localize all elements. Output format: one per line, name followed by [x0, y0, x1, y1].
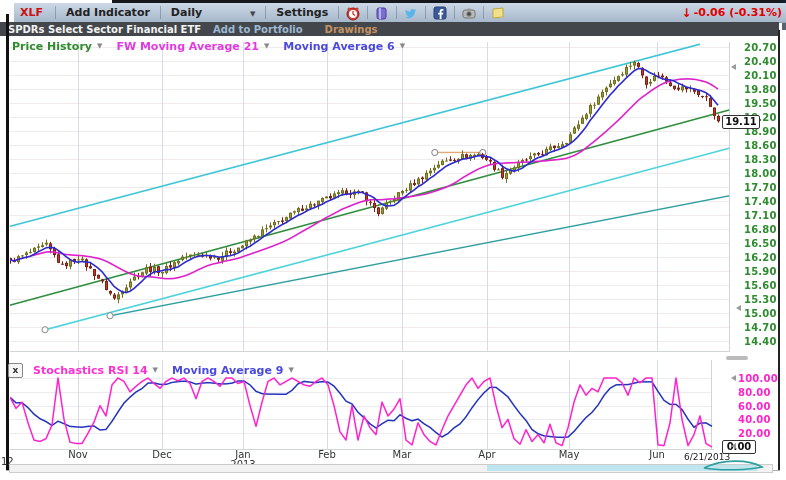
- price-tick-label: 20.10: [744, 70, 778, 81]
- stochastics-dropdown[interactable]: Stochastics RSI 14 ▼: [33, 364, 158, 377]
- axis-marker-icon: [731, 64, 736, 70]
- price-tick-label: 15.90: [744, 266, 778, 277]
- last-price-badge: 19.11: [722, 115, 760, 129]
- stoch-tick-label: 60.00: [738, 401, 778, 412]
- price-tick-label: 16.80: [744, 224, 778, 235]
- month-tick-label: Nov: [58, 449, 98, 460]
- add-indicator-button[interactable]: Add Indicator: [56, 6, 160, 19]
- month-tick-label: Feb: [307, 449, 347, 460]
- stochastics-label: Stochastics RSI 14: [33, 364, 148, 377]
- chevron-down-icon: ▼: [264, 42, 269, 50]
- period-dropdown[interactable]: Daily ▼: [161, 6, 266, 19]
- chart-frame-border: [6, 14, 9, 470]
- price-tick-label: 16.50: [744, 238, 778, 249]
- axis-marker-icon: [731, 443, 736, 449]
- ma6-label: Moving Average 6: [283, 40, 394, 53]
- panel-scrollbar[interactable]: [726, 356, 748, 360]
- price-tick-label: 18.30: [744, 154, 778, 165]
- month-tick-label: Mar: [382, 449, 422, 460]
- month-tick-label: Dec: [142, 449, 182, 460]
- price-tick-label: 15.30: [744, 294, 778, 305]
- swoosh-drawing: [700, 455, 770, 473]
- stoch-tick-label: 80.00: [738, 387, 778, 398]
- symbol-label[interactable]: XLF: [14, 6, 55, 19]
- axis-marker-icon: [736, 305, 741, 311]
- camera-icon[interactable]: [461, 5, 477, 21]
- twitter-icon[interactable]: [403, 5, 419, 21]
- ma6-dropdown[interactable]: Moving Average 6 ▼: [283, 40, 405, 53]
- period-dropdown-label: Daily: [171, 6, 202, 19]
- alarm-clock-icon[interactable]: [345, 5, 361, 21]
- settings-button[interactable]: Settings: [266, 6, 338, 19]
- chevron-down-icon: ▼: [400, 42, 405, 50]
- price-history-label: Price History: [12, 40, 92, 53]
- chart-frame-border: [778, 30, 780, 470]
- price-tick-label: 19.50: [744, 98, 778, 109]
- ticker-bar: SPDRs Select Sector Financial ETF Add to…: [0, 22, 779, 36]
- price-tick-label: 19.80: [744, 84, 778, 95]
- share-icon[interactable]: [374, 5, 390, 21]
- ma9-dropdown[interactable]: Moving Average 9 ▼: [172, 364, 294, 377]
- ma21-dropdown[interactable]: FW Moving Average 21 ▼: [116, 40, 269, 53]
- axis-marker-icon: [731, 375, 736, 381]
- chevron-down-icon: ▼: [97, 42, 102, 50]
- price-tick-label: 17.10: [744, 210, 778, 221]
- price-tick-label: 18.00: [744, 168, 778, 179]
- month-tick-label: Jun: [637, 449, 677, 460]
- ma21-label: FW Moving Average 21: [116, 40, 259, 53]
- stoch-tick-label: 20.00: [738, 428, 778, 439]
- divider: [396, 6, 397, 19]
- price-history-dropdown[interactable]: Price History ▼: [12, 40, 102, 53]
- divider: [425, 6, 426, 19]
- drawings-button[interactable]: Drawings: [325, 24, 378, 35]
- stoch-tick-label: 100.00: [738, 373, 778, 384]
- price-tick-label: 16.20: [744, 252, 778, 263]
- month-tick-label: May: [549, 449, 589, 460]
- stoch-tick-label: 40.00: [738, 414, 778, 425]
- toolbar-icons: [339, 5, 512, 21]
- divider: [454, 6, 455, 19]
- price-tick-label: 15.60: [744, 280, 778, 291]
- price-chart-canvas[interactable]: [10, 42, 730, 352]
- divider: [483, 6, 484, 19]
- price-tick-label: 18.60: [744, 140, 778, 151]
- price-tick-label: 15.00: [744, 308, 778, 319]
- price-tick-label: 17.70: [744, 182, 778, 193]
- stochastics-legend: x Stochastics RSI 14 ▼ Moving Average 9 …: [8, 363, 308, 377]
- note-icon[interactable]: [490, 5, 506, 21]
- facebook-icon[interactable]: [432, 5, 448, 21]
- charting-app-window: XLF Add Indicator Daily ▼ Settings: [0, 0, 786, 480]
- quote-change: ↓ -0.06 (-0.31%): [682, 6, 786, 20]
- price-tick-label: 14.40: [744, 336, 778, 347]
- month-tick-label: Apr: [467, 449, 507, 460]
- add-to-portfolio-button[interactable]: Add to Portfolio: [213, 24, 303, 35]
- price-tick-label: 20.70: [744, 42, 778, 53]
- ma9-label: Moving Average 9: [172, 364, 283, 377]
- price-tick-label: 20.40: [744, 56, 778, 67]
- chevron-down-icon: ▼: [250, 10, 255, 18]
- toolbar: XLF Add Indicator Daily ▼ Settings: [14, 3, 786, 23]
- security-name: SPDRs Select Sector Financial ETF: [0, 24, 201, 35]
- chevron-down-icon: ▼: [153, 366, 158, 374]
- price-chart-legend: Price History ▼ FW Moving Average 21 ▼ M…: [12, 39, 419, 53]
- quote-change-text: -0.06 (-0.31%): [694, 6, 782, 19]
- down-arrow-icon: ↓: [682, 6, 692, 20]
- price-tick-label: 17.40: [744, 196, 778, 207]
- chevron-down-icon: ▼: [288, 366, 293, 374]
- divider: [367, 6, 368, 19]
- price-tick-label: 14.70: [744, 322, 778, 333]
- close-icon[interactable]: x: [8, 363, 23, 378]
